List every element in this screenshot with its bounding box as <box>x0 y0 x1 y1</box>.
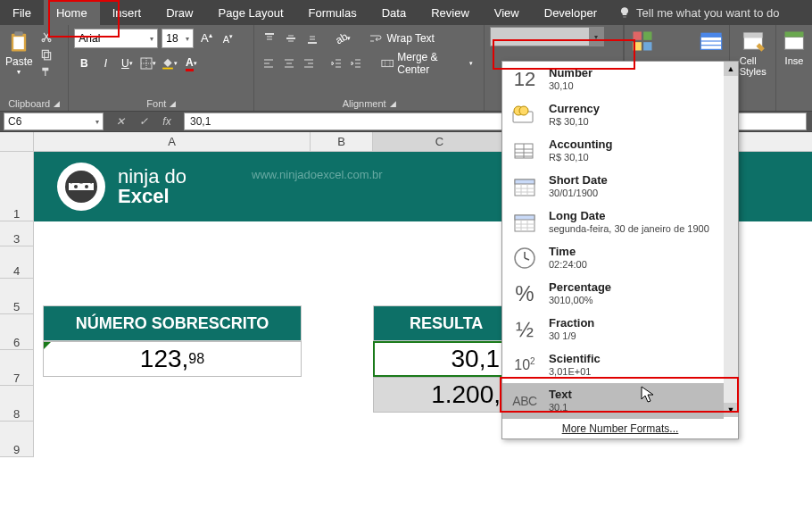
format-option-time[interactable]: Time02:24:00 <box>502 240 724 276</box>
format-option-scientific[interactable]: 102Scientific3,01E+01 <box>502 347 724 383</box>
align-bottom-button[interactable] <box>302 29 322 48</box>
insert-function-button[interactable]: fx <box>159 113 175 129</box>
column-header-b[interactable]: B <box>311 132 373 151</box>
row-header-1[interactable]: 1 <box>0 152 34 221</box>
bold-button[interactable]: B <box>74 54 94 73</box>
increase-indent-button[interactable] <box>347 54 365 73</box>
align-top-button[interactable] <box>260 29 279 48</box>
italic-icon: I <box>104 57 107 70</box>
format-option-number[interactable]: 12Number30,10 <box>502 62 724 97</box>
column-header-a[interactable]: A <box>34 132 311 151</box>
column-header-c[interactable]: C <box>373 132 507 151</box>
cell-a6[interactable]: 123,98 <box>43 341 302 377</box>
format-icon: 12 <box>510 67 540 92</box>
dialog-launcher-icon[interactable]: ◢ <box>54 99 60 108</box>
tab-data[interactable]: Data <box>369 0 418 25</box>
cell-c7[interactable]: 1.200, <box>373 377 507 413</box>
format-painter-button[interactable] <box>37 64 56 80</box>
row-headers: 1 3 4 5 6 7 8 9 <box>0 152 34 457</box>
tab-draw[interactable]: Draw <box>153 0 205 25</box>
row-header-3[interactable]: 3 <box>0 221 34 246</box>
insert-cells-button[interactable]: Inse <box>782 29 807 66</box>
format-option-percentage[interactable]: %Percentage3010,00% <box>502 276 724 312</box>
format-option-text[interactable]: ABCText30,1 <box>502 383 724 419</box>
font-name-combo[interactable]: Arial▾ <box>74 29 158 48</box>
dialog-launcher-icon[interactable]: ◢ <box>390 99 396 108</box>
tab-insert[interactable]: Insert <box>100 0 154 25</box>
font-color-button[interactable]: A▾ <box>181 54 201 73</box>
scrollbar[interactable]: ▲ ▼ <box>724 62 738 417</box>
align-center-button[interactable] <box>280 54 298 73</box>
row-header-6[interactable]: 6 <box>0 314 34 350</box>
svg-point-46 <box>85 185 88 188</box>
cancel-formula-button[interactable]: ✕ <box>112 113 128 129</box>
align-left-button[interactable] <box>260 54 278 73</box>
fill-color-button[interactable]: ▾ <box>160 54 179 73</box>
format-sample: 3010,00% <box>549 294 611 307</box>
tab-review[interactable]: Review <box>418 0 482 25</box>
format-option-currency[interactable]: CurrencyR$ 30,10 <box>502 97 724 133</box>
tab-home[interactable]: Home <box>44 0 100 25</box>
underline-button[interactable]: U▾ <box>117 54 137 73</box>
format-title: Fraction <box>549 316 594 330</box>
cell-styles-icon <box>741 29 766 54</box>
svg-rect-62 <box>515 215 534 220</box>
wrap-text-button[interactable]: Wrap Text <box>363 29 440 48</box>
svg-rect-56 <box>515 180 534 184</box>
dropdown-arrow-icon: ▾ <box>589 28 603 46</box>
row-header-9[interactable]: 9 <box>0 422 34 457</box>
format-icon <box>510 174 540 199</box>
svg-point-49 <box>519 106 528 115</box>
align-top-icon <box>263 32 276 45</box>
format-title: Currency <box>549 102 600 115</box>
align-right-icon <box>302 57 315 70</box>
bold-icon: B <box>80 57 88 70</box>
copy-button[interactable] <box>37 46 56 63</box>
borders-button[interactable]: ▾ <box>138 54 158 73</box>
format-option-accounting[interactable]: AccountingR$ 30,10 <box>502 133 724 169</box>
row-header-4[interactable]: 4 <box>0 246 34 279</box>
tab-developer[interactable]: Developer <box>532 0 609 25</box>
format-option-long-date[interactable]: Long Datesegunda-feira, 30 de janeiro de… <box>502 205 724 240</box>
format-option-fraction[interactable]: ½Fraction30 1/9 <box>502 312 724 347</box>
cell-a5[interactable]: NÚMERO SOBRESCRITO <box>43 305 302 341</box>
bucket-icon <box>162 57 174 70</box>
tab-file[interactable]: File <box>0 0 44 25</box>
italic-button[interactable]: I <box>95 54 115 73</box>
cell-c5[interactable]: RESULTA <box>373 305 507 341</box>
group-font: Arial▾ 18▾ A▴ A▾ B I U▾ ▾ ▾ A▾ Font◢ <box>69 25 254 111</box>
tell-me-search[interactable]: Tell me what you want to do <box>609 0 788 25</box>
merge-center-button[interactable]: Merge & Center▾ <box>376 54 478 73</box>
increase-font-button[interactable]: A▴ <box>197 29 215 48</box>
font-size-combo[interactable]: 18▾ <box>162 29 194 48</box>
align-middle-button[interactable] <box>281 29 301 48</box>
more-number-formats[interactable]: More Number Formats... <box>502 419 738 438</box>
format-option-short-date[interactable]: Short Date30/01/1900 <box>502 169 724 205</box>
orientation-button[interactable]: ab▾ <box>333 29 352 48</box>
format-table-icon <box>699 29 724 54</box>
scroll-up-button[interactable]: ▲ <box>724 62 738 76</box>
row-header-7[interactable]: 7 <box>0 350 34 386</box>
select-all-corner[interactable] <box>0 132 34 151</box>
decrease-indent-button[interactable] <box>327 54 345 73</box>
tab-view[interactable]: View <box>482 0 532 25</box>
wrap-text-label: Wrap Text <box>386 32 435 45</box>
enter-formula-button[interactable]: ✓ <box>136 113 152 129</box>
row-header-5[interactable]: 5 <box>0 279 34 314</box>
cell-styles-button[interactable]: Cell Styles <box>735 29 770 77</box>
number-format-combo[interactable]: ▾ <box>490 27 604 46</box>
name-box[interactable]: C6▾ <box>4 113 104 130</box>
decrease-font-button[interactable]: A▾ <box>219 29 236 48</box>
row-header-8[interactable]: 8 <box>0 386 34 422</box>
dialog-launcher-icon[interactable]: ◢ <box>170 99 176 108</box>
align-right-button[interactable] <box>300 54 318 73</box>
scissors-icon <box>40 30 53 43</box>
tab-page-layout[interactable]: Page Layout <box>206 0 296 25</box>
cut-button[interactable] <box>37 29 56 45</box>
paste-button[interactable]: Paste ▾ <box>5 29 33 80</box>
cell-c6[interactable]: 30,1 <box>373 341 507 377</box>
format-icon: ABC <box>510 388 540 413</box>
tab-formulas[interactable]: Formulas <box>296 0 369 25</box>
banner-title: ninja doExcel <box>118 167 186 206</box>
scroll-down-button[interactable]: ▼ <box>724 403 738 417</box>
